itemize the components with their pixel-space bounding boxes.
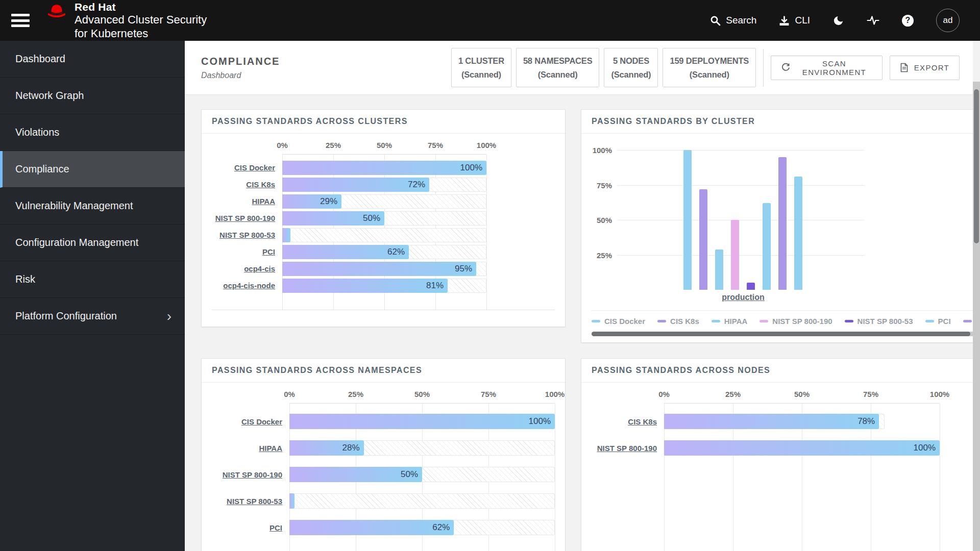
user-avatar[interactable]: ad (936, 9, 960, 32)
bar-rows: CIS Docker100%CIS K8s72%HIPAA29%NIST SP … (212, 154, 555, 310)
panel-passing-standards-across-nodes: PASSING STANDARDS ACROSS NODES 0%25%50%7… (581, 358, 980, 551)
search-label: Search (726, 15, 756, 26)
standard-link[interactable]: NIST SP 800-190 (592, 444, 657, 453)
dark-mode-toggle[interactable] (832, 15, 844, 27)
stat-tile-deployments[interactable]: 159 DEPLOYMENTS (Scanned) (663, 48, 756, 87)
bar-cis-docker[interactable]: 100% (289, 414, 555, 429)
y-axis-tick: 75% (597, 181, 612, 189)
bar-pci[interactable]: 62% (282, 245, 409, 259)
bar-value-label: 100% (914, 443, 940, 453)
stat-tile-namespaces[interactable]: 58 NAMESPACES (Scanned) (516, 48, 600, 87)
sidebar-item-configuration-management[interactable]: Configuration Management (0, 224, 185, 261)
standard-link[interactable]: ocp4-cis-node (212, 281, 275, 290)
standard-link[interactable]: NIST SP 800-190 (212, 470, 282, 479)
stat-tile-clusters[interactable]: 1 CLUSTER (Scanned) (451, 48, 511, 87)
bar-cis-docker[interactable] (683, 150, 692, 290)
cluster-link[interactable]: production (722, 293, 765, 302)
redhat-logo[interactable]: Red Hat Advanced Cluster Security for Ku… (45, 1, 207, 40)
bar-nist-sp-800-190[interactable] (731, 220, 739, 290)
bar-value-label: 62% (432, 522, 454, 533)
panel-title: PASSING STANDARDS ACROSS NAMESPACES (212, 366, 555, 375)
bar-nist-sp-800-53[interactable] (747, 283, 755, 290)
vertical-scrollbar-thumb[interactable] (974, 89, 979, 243)
help-button[interactable]: ? (902, 15, 914, 27)
x-axis-tick: 100% (930, 390, 949, 398)
hamburger-menu-button[interactable] (11, 14, 30, 27)
x-axis-tick: 50% (377, 141, 392, 149)
bar-hipaa[interactable]: 29% (282, 194, 341, 209)
bar-cis-k8s[interactable]: 78% (664, 414, 879, 429)
bar-pci[interactable]: 62% (289, 520, 454, 535)
horizontal-scrollbar[interactable] (592, 332, 980, 336)
sidebar-item-dashboard[interactable]: Dashboard (0, 41, 185, 78)
bar-row: NIST SP 800-190100% (592, 435, 980, 461)
cli-download-button[interactable]: CLI (779, 15, 810, 26)
export-button[interactable]: EXPORT (890, 56, 960, 80)
bar-ocp4-cis[interactable] (778, 157, 787, 290)
legend-label: PCI (938, 317, 951, 325)
bar-pci[interactable] (763, 203, 771, 290)
bar-row: NIST SP 800-19050% (212, 461, 555, 488)
bar-nist-sp-800-190[interactable]: 50% (282, 211, 384, 226)
bar-value-label: 50% (401, 469, 422, 480)
redhat-hat-icon (45, 1, 68, 22)
scan-environment-button[interactable]: SCAN ENVIRONMENT (771, 56, 883, 80)
standard-link[interactable]: NIST SP 800-190 (212, 214, 275, 222)
sidebar-item-network-graph[interactable]: Network Graph (0, 78, 185, 114)
stat-tile-nodes[interactable]: 5 NODES (Scanned) (604, 48, 658, 87)
standard-link[interactable]: HIPAA (212, 444, 282, 453)
bar-value-label: 62% (387, 247, 409, 257)
standard-link[interactable]: NIST SP 800-53 (212, 231, 275, 239)
sidebar-nav: Dashboard Network Graph Violations Compl… (0, 41, 185, 551)
bar-value-label: 78% (857, 416, 879, 427)
bar-rows: CIS K8s78%NIST SP 800-190100% (592, 403, 980, 551)
system-health-button[interactable] (867, 15, 879, 26)
bar-row: CIS K8s78% (592, 408, 980, 435)
sidebar-item-platform-configuration[interactable]: Platform Configuration › (0, 298, 185, 335)
bar-ocp4-cis-node[interactable]: 81% (282, 279, 448, 293)
bar-value-label: 81% (426, 281, 448, 291)
legend-swatch (963, 320, 972, 322)
vertical-scrollbar[interactable] (973, 82, 980, 551)
x-axis-tick: 100% (545, 390, 565, 398)
horizontal-scrollbar-thumb[interactable] (592, 332, 970, 336)
bar-group (683, 150, 802, 290)
legend-item: PCI (925, 317, 951, 325)
standard-link[interactable]: PCI (212, 523, 282, 532)
bar-ocp4-cis[interactable]: 95% (282, 262, 476, 276)
search-button[interactable]: Search (710, 15, 756, 26)
standard-link[interactable]: CIS K8s (212, 180, 275, 189)
moon-icon (832, 15, 844, 27)
panel-passing-standards-across-clusters: PASSING STANDARDS ACROSS CLUSTERS 0%25%5… (201, 109, 566, 327)
legend-label: HIPAA (724, 317, 748, 325)
bar-nist-sp-800-53[interactable] (282, 228, 290, 242)
sidebar-item-risk[interactable]: Risk (0, 261, 185, 298)
x-axis-tick: 50% (414, 390, 430, 398)
brand-line3: for Kubernetes (75, 27, 207, 40)
sidebar-item-vulnerability-management[interactable]: Vulnerability Management (0, 188, 185, 224)
bar-value-label: 100% (460, 163, 486, 173)
chevron-right-icon: › (167, 309, 172, 323)
bar-ocp4-cis-node[interactable] (794, 177, 802, 290)
bar-cis-docker[interactable]: 100% (282, 161, 486, 175)
bar-cis-k8s[interactable]: 72% (282, 178, 429, 192)
bar-row: CIS K8s72% (212, 176, 555, 193)
bar-hipaa[interactable] (715, 249, 723, 290)
standard-link[interactable]: PCI (212, 247, 275, 256)
standard-link[interactable]: HIPAA (212, 197, 275, 206)
standard-link[interactable]: CIS K8s (592, 417, 657, 426)
legend-item: NIST SP 800-190 (760, 317, 832, 325)
sidebar-item-violations[interactable]: Violations (0, 114, 185, 151)
standard-link[interactable]: CIS Docker (212, 417, 282, 426)
legend-swatch (657, 320, 666, 322)
sidebar-item-compliance[interactable]: Compliance (0, 151, 185, 188)
standard-link[interactable]: NIST SP 800-53 (212, 497, 282, 506)
standard-link[interactable]: CIS Docker (212, 163, 275, 172)
legend-label: CIS Docker (604, 317, 645, 325)
standard-link[interactable]: ocp4-cis (212, 264, 275, 273)
bar-nist-sp-800-190[interactable]: 50% (289, 467, 422, 482)
bar-cis-k8s[interactable] (699, 189, 707, 290)
bar-nist-sp-800-190[interactable]: 100% (664, 440, 940, 456)
bar-nist-sp-800-53[interactable] (289, 493, 295, 509)
bar-hipaa[interactable]: 28% (289, 440, 364, 456)
